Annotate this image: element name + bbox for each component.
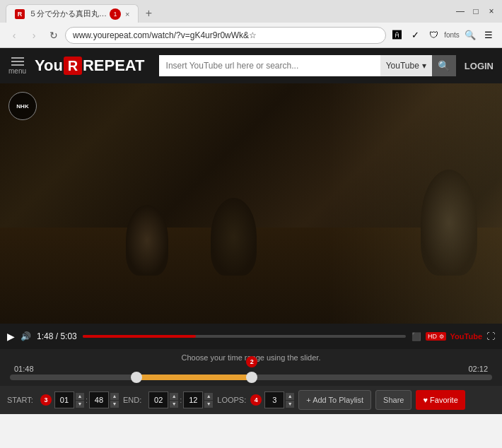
tab-title: ５分で分かる真田丸〜第… — [29, 8, 107, 19]
forward-button[interactable]: › — [25, 27, 42, 44]
nhk-badge: NHK — [8, 92, 37, 120]
slider-handle-start[interactable] — [131, 372, 142, 383]
fonts-label: fonts — [444, 28, 460, 43]
maximize-button[interactable]: □ — [471, 6, 481, 16]
badge-4: 4 — [250, 394, 262, 406]
loops-label: LOOPS: — [217, 396, 246, 404]
tab-close-button[interactable]: × — [125, 10, 129, 18]
add-to-playlist-button[interactable]: + Add To Playlist — [298, 390, 371, 410]
search-input[interactable] — [159, 55, 380, 76]
start-label: START: — [7, 396, 33, 404]
loops-spin[interactable]: ▲ ▼ — [286, 393, 294, 408]
start-hours[interactable]: 01 — [54, 391, 74, 408]
video-controls: ▶ 🔊 1:48 / 5:03 ⬛ HD ⚙ YouTube ⛶ — [0, 324, 502, 349]
badge-3: 3 — [40, 394, 52, 406]
extension-icon-3[interactable]: 🛡 — [426, 28, 441, 43]
site-logo: You R REPEAT — [35, 57, 145, 75]
slider-track[interactable]: 2 — [10, 375, 492, 380]
video-player: NHK — [0, 83, 502, 324]
minimize-button[interactable]: — — [455, 6, 465, 16]
loops-value[interactable]: 3 — [264, 391, 284, 408]
menu-icon[interactable]: ☰ — [481, 28, 496, 43]
navigation-bar: ‹ › ↻ www.yourepeat.com/watch/?v=gK4ur9r… — [0, 23, 502, 48]
close-button[interactable]: × — [486, 6, 496, 16]
start-minutes-up[interactable]: ▲ — [110, 393, 119, 400]
extension-icon-2[interactable]: ✓ — [407, 28, 423, 43]
favorite-button[interactable]: ♥ Favorite — [416, 390, 465, 410]
browser-tab[interactable]: R ５分で分かる真田丸〜第… 1 × — [6, 4, 139, 23]
reload-button[interactable]: ↻ — [45, 27, 62, 44]
start-minutes-down[interactable]: ▼ — [110, 401, 119, 408]
logo-you: You — [35, 57, 63, 75]
site-header: menu You R REPEAT YouTube ▾ 🔍 LOGIN — [0, 48, 502, 83]
end-minutes-spin[interactable]: ▲ ▼ — [204, 393, 213, 408]
figure-3 — [421, 170, 477, 276]
time-colon-2: : — [180, 396, 182, 404]
end-label: END: — [123, 396, 141, 404]
url-text: www.yourepeat.com/watch/?v=gK4ur9r0wWk&☆ — [73, 30, 257, 40]
new-tab-button[interactable]: + — [139, 4, 158, 23]
player-extra-controls: ⬛ HD ⚙ YouTube ⛶ — [411, 331, 495, 341]
figure-2 — [211, 198, 257, 276]
hd-badge: HD ⚙ — [426, 332, 446, 341]
start-time-input: 3 01 ▲ ▼ : 48 ▲ ▼ — [40, 391, 119, 408]
search-magnifier-icon: 🔍 — [438, 60, 450, 71]
play-button[interactable]: ▶ — [7, 331, 15, 342]
slider-badge-2: 2 — [246, 356, 257, 367]
time-display: 1:48 / 5:03 — [37, 331, 77, 341]
fullscreen-button[interactable]: ⛶ — [486, 331, 495, 341]
menu-button[interactable]: menu — [8, 57, 26, 75]
search-icon[interactable]: 🔍 — [462, 28, 478, 43]
settings-icon: ⚙ — [439, 334, 444, 340]
progress-fill — [83, 335, 196, 338]
search-button[interactable]: 🔍 — [432, 55, 456, 76]
search-bar: YouTube ▾ 🔍 — [159, 55, 456, 76]
logo-r: R — [64, 57, 82, 75]
captions-button[interactable]: ⬛ — [411, 332, 421, 341]
time-colon-1: : — [86, 396, 88, 404]
tab-badge: 1 — [110, 8, 121, 20]
time-total: 5:03 — [60, 331, 76, 341]
start-hours-down[interactable]: ▼ — [76, 401, 84, 408]
end-hours-down[interactable]: ▼ — [170, 401, 178, 408]
time-current: 1:48 — [37, 331, 53, 341]
login-button[interactable]: LOGIN — [465, 61, 494, 71]
share-button[interactable]: Share — [375, 390, 411, 410]
back-button[interactable]: ‹ — [6, 27, 23, 44]
start-hours-up[interactable]: ▲ — [76, 393, 84, 400]
menu-label: menu — [8, 67, 26, 75]
toolbar-icons: 🅰 ✓ 🛡 fonts 🔍 ☰ — [389, 28, 496, 43]
window-controls: — □ × — [455, 6, 496, 16]
end-hours-spin[interactable]: ▲ ▼ — [170, 393, 178, 408]
volume-button[interactable]: 🔊 — [21, 331, 31, 341]
bottom-controls: START: 3 01 ▲ ▼ : 48 ▲ ▼ END: 02 ▲ ▼ : 1… — [0, 386, 502, 414]
time-range-section: Choose your time range using the slider.… — [0, 349, 502, 386]
extension-icon-1[interactable]: 🅰 — [389, 28, 404, 43]
slider-range — [135, 375, 251, 380]
dropdown-arrow-icon: ▾ — [422, 61, 426, 71]
end-hours[interactable]: 02 — [148, 391, 168, 408]
loops-down[interactable]: ▼ — [286, 401, 294, 408]
start-hours-spin[interactable]: ▲ ▼ — [76, 393, 84, 408]
logo-repeat: REPEAT — [83, 57, 145, 75]
start-minutes-spin[interactable]: ▲ ▼ — [110, 393, 119, 408]
progress-bar[interactable] — [83, 335, 406, 338]
slider-handle-end[interactable]: 2 — [246, 372, 257, 383]
loops-up[interactable]: ▲ — [286, 393, 294, 400]
address-bar[interactable]: www.yourepeat.com/watch/?v=gK4ur9r0wWk&☆ — [65, 27, 386, 44]
tab-favicon: R — [15, 9, 25, 19]
hd-label: HD — [428, 333, 437, 340]
end-minutes[interactable]: 12 — [183, 391, 203, 408]
search-source-dropdown[interactable]: YouTube ▾ — [380, 55, 432, 76]
video-scene — [0, 83, 502, 324]
figure-1 — [126, 205, 168, 276]
end-minutes-up[interactable]: ▲ — [204, 393, 213, 400]
start-minutes[interactable]: 48 — [89, 391, 109, 408]
slider-time-start: 01:48 — [14, 365, 34, 373]
hamburger-icon — [11, 57, 24, 66]
loops-control: LOOPS: 4 3 ▲ ▼ — [217, 391, 294, 408]
search-source-label: YouTube — [386, 61, 419, 71]
end-hours-up[interactable]: ▲ — [170, 393, 178, 400]
end-minutes-down[interactable]: ▼ — [204, 401, 213, 408]
youtube-logo: YouTube — [450, 332, 482, 341]
